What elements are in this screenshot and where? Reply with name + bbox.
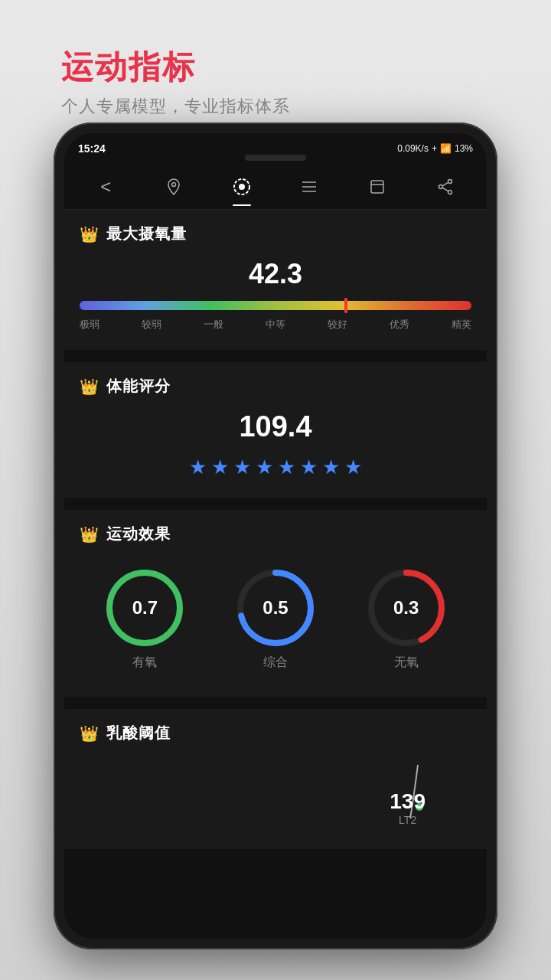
aerobic-value: 0.7 bbox=[132, 597, 158, 619]
aerobic-gauge: 0.7 bbox=[103, 566, 187, 650]
anaerobic-value: 0.3 bbox=[393, 597, 419, 619]
star-5: ★ bbox=[278, 456, 295, 479]
crown-icon-fitness: 👑 bbox=[80, 377, 99, 396]
battery: 13% bbox=[455, 143, 473, 154]
aerobic-circle-item: 0.7 有氧 bbox=[103, 566, 187, 671]
separator-1 bbox=[64, 356, 487, 362]
vo2max-title: 👑 最大摄氧量 bbox=[80, 224, 471, 244]
effect-circles: 0.7 有氧 0.5 综合 bbox=[80, 558, 471, 678]
label-jiaoruo: 较弱 bbox=[142, 318, 161, 332]
fitness-score-value: 109.4 bbox=[80, 410, 471, 443]
label-zhongdeng: 中等 bbox=[266, 318, 285, 332]
combined-value: 0.5 bbox=[262, 597, 288, 619]
nav-bar: < bbox=[64, 164, 487, 210]
vo2max-label: 最大摄氧量 bbox=[106, 224, 187, 244]
stars-row: ★ ★ ★ ★ ★ ★ ★ ★ bbox=[80, 456, 471, 479]
svg-line-11 bbox=[442, 182, 448, 185]
status-right: 0.09K/s + 📶 13% bbox=[397, 143, 473, 154]
star-2: ★ bbox=[211, 456, 229, 479]
fitness-section: 👑 体能评分 109.4 ★ ★ ★ ★ ★ ★ ★ ★ bbox=[64, 362, 487, 498]
star-4: ★ bbox=[256, 456, 273, 479]
star-3: ★ bbox=[233, 456, 251, 479]
vo2max-value: 42.3 bbox=[80, 258, 471, 290]
phone-frame: 15:24 0.09K/s + 📶 13% < bbox=[54, 122, 497, 949]
combined-gauge: 0.5 bbox=[233, 566, 318, 650]
share-icon[interactable] bbox=[411, 164, 479, 209]
star-7: ★ bbox=[322, 456, 340, 479]
exercise-effect-title: 👑 运动效果 bbox=[80, 524, 471, 544]
search-icon[interactable] bbox=[344, 164, 412, 209]
back-button[interactable]: < bbox=[72, 164, 140, 209]
phone-inner: 15:24 0.09K/s + 📶 13% < bbox=[64, 133, 487, 939]
network-speed: 0.09K/s bbox=[397, 143, 429, 154]
lactate-number: 139 bbox=[390, 789, 425, 814]
label-youxiu: 优秀 bbox=[390, 318, 409, 332]
vo2max-section: 👑 最大摄氧量 42.3 极弱 较弱 一般 中等 较好 优秀 精英 bbox=[64, 210, 487, 350]
combined-label: 综合 bbox=[263, 655, 288, 671]
star-1: ★ bbox=[189, 456, 207, 479]
page-title: 运动指标 bbox=[61, 46, 290, 89]
svg-point-2 bbox=[240, 185, 244, 189]
svg-point-10 bbox=[448, 190, 452, 194]
label-jiruo: 极弱 bbox=[80, 318, 99, 332]
activity-icon[interactable] bbox=[207, 164, 276, 209]
rainbow-labels: 极弱 较弱 一般 中等 较好 优秀 精英 bbox=[80, 318, 471, 332]
separator-3 bbox=[64, 703, 487, 709]
svg-point-0 bbox=[172, 182, 176, 186]
crown-icon-effect: 👑 bbox=[80, 525, 99, 544]
star-8: ★ bbox=[344, 456, 362, 479]
svg-rect-6 bbox=[371, 181, 383, 193]
exercise-effect-label: 运动效果 bbox=[106, 524, 171, 544]
lactate-section: 👑 乳酸阈值 139 LT2 bbox=[64, 709, 487, 849]
map-icon[interactable] bbox=[140, 164, 208, 209]
lactate-chart: 139 LT2 bbox=[80, 757, 471, 834]
content-area[interactable]: 👑 最大摄氧量 42.3 极弱 较弱 一般 中等 较好 优秀 精英 bbox=[64, 210, 487, 939]
svg-point-9 bbox=[439, 185, 442, 188]
wifi-icon: 📶 bbox=[440, 143, 452, 154]
rainbow-bar bbox=[80, 301, 471, 310]
anaerobic-label: 无氧 bbox=[394, 655, 419, 671]
rainbow-marker bbox=[344, 298, 347, 313]
lactate-type-label: LT2 bbox=[390, 814, 425, 826]
crown-icon-lactate: 👑 bbox=[80, 724, 99, 743]
anaerobic-circle-item: 0.3 无氧 bbox=[364, 566, 448, 671]
label-jingying: 精英 bbox=[452, 318, 471, 332]
page-header: 运动指标 个人专属模型，专业指标体系 bbox=[61, 46, 290, 118]
aerobic-label: 有氧 bbox=[132, 655, 157, 671]
svg-point-8 bbox=[448, 179, 452, 183]
bluetooth-icon: + bbox=[432, 143, 437, 154]
lactate-label: 乳酸阈值 bbox=[106, 723, 171, 743]
list-icon[interactable] bbox=[276, 164, 344, 209]
fitness-label: 体能评分 bbox=[106, 376, 171, 397]
lactate-value: 139 LT2 bbox=[390, 789, 425, 826]
crown-icon-vo2max: 👑 bbox=[80, 225, 99, 243]
svg-line-12 bbox=[442, 188, 448, 191]
fitness-title: 👑 体能评分 bbox=[80, 376, 471, 397]
page-subtitle: 个人专属模型，专业指标体系 bbox=[61, 95, 290, 118]
label-yiban: 一般 bbox=[204, 318, 223, 332]
label-jiaohao: 较好 bbox=[328, 318, 347, 332]
lactate-title: 👑 乳酸阈值 bbox=[80, 723, 471, 743]
exercise-effect-section: 👑 运动效果 0.7 有氧 bbox=[64, 510, 487, 697]
status-time: 15:24 bbox=[78, 142, 106, 155]
anaerobic-gauge: 0.3 bbox=[364, 566, 448, 650]
phone-speaker bbox=[245, 155, 306, 161]
separator-2 bbox=[64, 504, 487, 510]
star-6: ★ bbox=[300, 456, 318, 479]
combined-circle-item: 0.5 综合 bbox=[233, 566, 318, 671]
